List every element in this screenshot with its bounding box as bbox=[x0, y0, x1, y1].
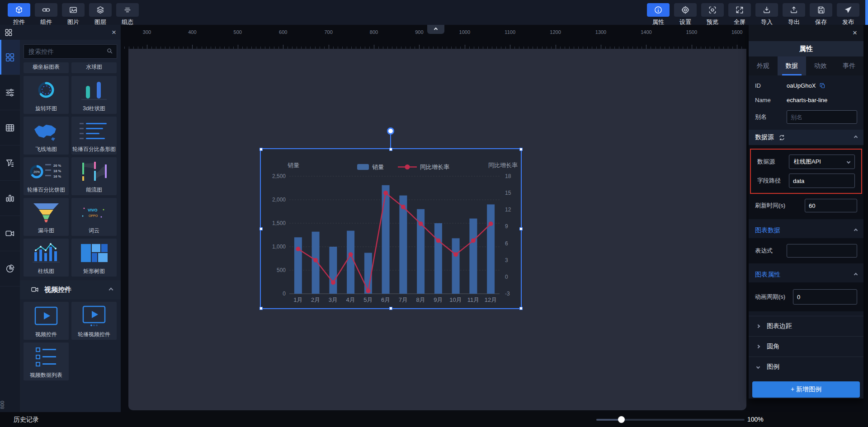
toolbar-images-button[interactable]: 图片 bbox=[60, 0, 87, 26]
toolbar-preview-button[interactable]: 预览 bbox=[699, 0, 726, 26]
rail-item-video-widgets[interactable] bbox=[0, 216, 20, 251]
video-icon bbox=[5, 229, 15, 239]
widget-tile[interactable]: 旋转环图 bbox=[24, 76, 69, 114]
toolbar-publish-button[interactable]: 发布 bbox=[835, 0, 862, 26]
tab-animation[interactable]: 动效 bbox=[806, 56, 835, 75]
toolbar-save-button[interactable]: 保存 bbox=[807, 0, 835, 26]
toolbar-fullscreen-button[interactable]: 全屏 bbox=[726, 0, 753, 26]
toolbar-label: 控件 bbox=[13, 18, 25, 26]
toolbar-properties-button[interactable]: 属性 bbox=[645, 0, 672, 26]
refresh-icon[interactable] bbox=[778, 134, 785, 141]
rotation-handle[interactable] bbox=[387, 127, 394, 135]
legend-collapse-row[interactable]: 图例 bbox=[749, 357, 863, 377]
ruler-tick bbox=[692, 45, 692, 49]
border-radius-collapse-row[interactable]: 圆角 bbox=[749, 336, 863, 357]
canvas-collapse-tab[interactable] bbox=[427, 25, 444, 34]
ruler-tick bbox=[179, 47, 179, 49]
rail-item-tables[interactable] bbox=[0, 110, 20, 145]
widget-tile[interactable]: 视频控件 bbox=[24, 302, 69, 340]
ruler-tick bbox=[469, 47, 470, 49]
history-button[interactable]: 历史记录 bbox=[14, 416, 39, 424]
datasource-section-header[interactable]: 数据源 bbox=[749, 130, 863, 145]
toolbar-widgets-button[interactable]: 控件 bbox=[5, 0, 33, 26]
left-panel-close-icon[interactable]: × bbox=[112, 28, 116, 36]
zoom-slider-knob[interactable] bbox=[618, 416, 625, 423]
left-panel-header: × bbox=[0, 25, 121, 40]
chart-data-section-header[interactable]: 图表数据 bbox=[749, 223, 863, 238]
rail-item-controls[interactable] bbox=[0, 75, 20, 110]
widget-tile[interactable]: 柱线图 bbox=[24, 239, 69, 277]
resize-handle[interactable] bbox=[519, 307, 523, 310]
toolbar-layers-button[interactable]: 图层 bbox=[87, 0, 114, 26]
rail-item-filters[interactable] bbox=[0, 145, 20, 181]
widget-tile[interactable]: 漏斗图 bbox=[24, 198, 69, 236]
widget-tile[interactable]: 水球图 bbox=[71, 62, 117, 73]
chart-margin-collapse-row[interactable]: 图表边距 bbox=[749, 316, 863, 336]
ruler-tick bbox=[151, 47, 152, 49]
ruler-tick bbox=[705, 47, 706, 49]
widget-tile[interactable]: 轮播百分比条形图 bbox=[71, 117, 117, 155]
ruler-tick bbox=[224, 47, 225, 49]
resize-handle[interactable] bbox=[519, 227, 523, 230]
rail-item-bar-widgets[interactable] bbox=[0, 181, 20, 216]
toolbar-settings-button[interactable]: 设置 bbox=[672, 0, 699, 26]
widget-panel-icon[interactable] bbox=[5, 28, 13, 37]
field-path-input[interactable] bbox=[789, 174, 855, 188]
ruler-tick bbox=[674, 47, 674, 49]
resize-handle[interactable] bbox=[259, 148, 263, 151]
rail-item-pie-widgets[interactable] bbox=[0, 251, 20, 286]
widget-tile[interactable]: 飞线地图 bbox=[24, 117, 69, 155]
widget-tile[interactable]: 20%20 %18 %16 %轮播百分比饼图 bbox=[24, 157, 69, 195]
chevron-right-icon bbox=[756, 324, 760, 328]
tab-appearance[interactable]: 外观 bbox=[749, 56, 778, 75]
ruler-tick bbox=[519, 47, 519, 49]
widget-tile[interactable]: 轮播视频控件 bbox=[71, 302, 117, 340]
ruler-tick bbox=[156, 47, 156, 49]
resize-handle[interactable] bbox=[259, 307, 263, 310]
ruler-tick bbox=[592, 47, 592, 49]
chart-attr-section-header[interactable]: 图表属性 bbox=[749, 267, 863, 282]
properties-close-icon[interactable]: × bbox=[853, 28, 857, 38]
sliders-icon bbox=[5, 88, 15, 98]
search-input[interactable] bbox=[24, 44, 117, 59]
resize-handle[interactable] bbox=[389, 148, 392, 151]
widget-tile[interactable]: 矩形树图 bbox=[71, 239, 117, 277]
rail-item-charts[interactable] bbox=[0, 40, 20, 75]
refresh-time-input[interactable] bbox=[805, 199, 857, 212]
widget-tile[interactable]: VIVOOPPO词云 bbox=[71, 198, 117, 236]
ruler-tick bbox=[714, 47, 715, 49]
ruler-tick bbox=[297, 47, 297, 49]
resize-handle[interactable] bbox=[519, 148, 523, 151]
chart-data-section-body: 表达式 bbox=[749, 238, 863, 263]
search-icon[interactable] bbox=[106, 47, 113, 55]
anim-period-input[interactable] bbox=[793, 289, 857, 305]
toolbar-label: 全屏 bbox=[734, 18, 745, 26]
tab-events[interactable]: 事件 bbox=[835, 56, 864, 75]
chevron-up-icon bbox=[434, 28, 438, 31]
toolbar-import-button[interactable]: 导入 bbox=[753, 0, 780, 26]
cube-icon bbox=[8, 3, 30, 17]
resize-handle[interactable] bbox=[259, 227, 263, 230]
echarts-bar-line-widget[interactable]: 2,5002,0001,5001,00050001815129630-3销量同比… bbox=[261, 149, 521, 308]
datasource-select[interactable]: 柱线图API bbox=[789, 155, 855, 169]
alias-label: 别名 bbox=[755, 113, 787, 121]
expression-input[interactable] bbox=[787, 244, 857, 258]
ruler-tick bbox=[514, 47, 515, 49]
video-section-header[interactable]: 视频控件 bbox=[20, 280, 121, 299]
widget-tile[interactable]: 能流图 bbox=[71, 157, 117, 195]
widget-tile[interactable]: 3d柱状图 bbox=[71, 76, 117, 114]
ruler-tick bbox=[215, 47, 216, 49]
toolbar-configuration-button[interactable]: 组态 bbox=[114, 0, 141, 26]
zoom-slider[interactable] bbox=[596, 419, 745, 421]
toolbar-export-button[interactable]: 导出 bbox=[780, 0, 807, 26]
alias-input[interactable] bbox=[787, 110, 857, 124]
resize-handle[interactable] bbox=[389, 307, 392, 310]
copy-icon[interactable] bbox=[819, 82, 826, 89]
tab-data[interactable]: 数据 bbox=[778, 56, 807, 75]
svg-text:0: 0 bbox=[283, 291, 286, 297]
widget-tile[interactable]: 视频数据列表 bbox=[24, 343, 69, 380]
svg-text:-3: -3 bbox=[505, 291, 510, 297]
add-legend-button[interactable]: + 新增图例 bbox=[752, 381, 860, 398]
widget-tile[interactable]: 极坐标图表 bbox=[24, 62, 69, 73]
toolbar-components-button[interactable]: 组件 bbox=[33, 0, 60, 26]
